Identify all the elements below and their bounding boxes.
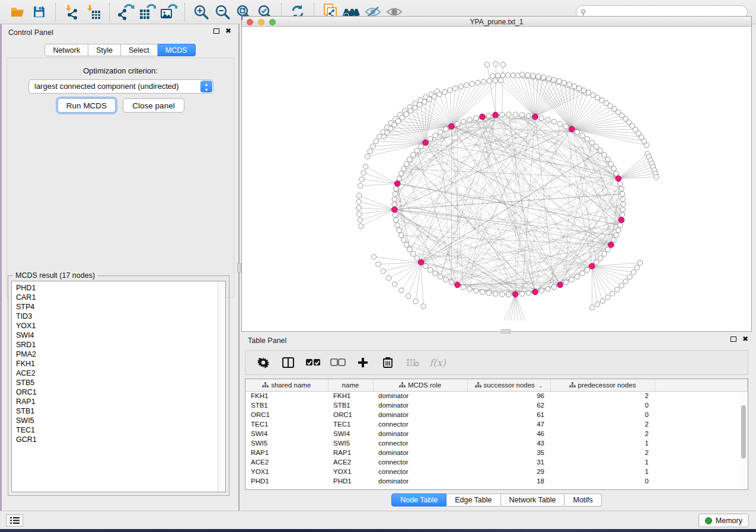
delete-column-icon[interactable] (379, 354, 396, 371)
task-history-button[interactable] (6, 514, 23, 527)
column-header-successor_nodes[interactable]: successor nodes⌄ (467, 379, 550, 391)
status-bar: Memory (0, 511, 756, 529)
run-mcds-button[interactable]: Run MCDS (58, 98, 116, 113)
list-item[interactable]: PHD1 (16, 283, 225, 293)
network-view-frame: YPA_prune.txt_1 (241, 27, 752, 332)
control-panel-tabs: NetworkStyleSelectMCDS (2, 44, 238, 56)
table-scrollbar[interactable] (740, 392, 747, 489)
table-row[interactable]: TEC1TEC1connector472 (245, 419, 748, 429)
list-item[interactable]: ACE2 (16, 368, 225, 378)
memory-label: Memory (716, 517, 742, 525)
delete-table-icon (404, 354, 421, 371)
open-file-icon[interactable] (7, 2, 28, 21)
table-settings-gear-icon[interactable] (255, 354, 272, 371)
tab-select[interactable]: Select (121, 44, 158, 56)
node-table-body: FKH1FKH1dominator962STB1STB1dominator620… (245, 391, 748, 486)
column-header-mcds_role[interactable]: MCDS role (373, 379, 467, 391)
list-item[interactable]: SRD1 (16, 340, 225, 350)
horizontal-splitter-handle[interactable] (501, 329, 511, 334)
list-item[interactable]: STB5 (16, 378, 225, 387)
list-item[interactable]: PMA2 (16, 350, 225, 359)
dropdown-stepper-icon: ▲▼ (200, 81, 212, 92)
zoom-out-icon[interactable] (212, 2, 233, 21)
float-table-panel-icon[interactable] (731, 336, 736, 342)
zoom-in-icon[interactable] (190, 2, 212, 21)
list-icon (10, 517, 20, 524)
optimization-criterion-dropdown[interactable]: largest connected component (undirected)… (28, 79, 213, 94)
list-item[interactable]: FKH1 (16, 359, 225, 368)
toolbar-separator (55, 3, 56, 21)
desktop-background-strip (0, 529, 756, 532)
close-table-panel-icon[interactable]: ✖ (742, 336, 748, 342)
table-toolbar: f(x) (245, 350, 748, 375)
table-header-row: shared namenameMCDS rolesuccessor nodes⌄… (245, 379, 748, 391)
node-table[interactable]: shared namenameMCDS rolesuccessor nodes⌄… (245, 379, 748, 490)
table-scrollbar-thumb[interactable] (741, 405, 746, 459)
table-row[interactable]: PHD1PHD1dominator180 (245, 476, 748, 486)
close-panel-button[interactable]: Close panel (123, 98, 184, 113)
tab-edge-table[interactable]: Edge Table (446, 493, 500, 507)
table-row[interactable]: FKH1FKH1dominator962 (245, 391, 748, 400)
list-item[interactable]: TID3 (16, 312, 225, 321)
memory-status-icon (705, 517, 712, 524)
network-title: YPA_prune.txt_1 (242, 18, 751, 26)
list-item[interactable]: SWI5 (16, 416, 225, 425)
float-panel-icon[interactable] (213, 28, 219, 34)
list-item[interactable]: TEC1 (16, 425, 225, 435)
table-row[interactable]: STB1STB1dominator620 (245, 400, 748, 410)
column-header-predecessor_nodes[interactable]: predecessor nodes (550, 379, 655, 391)
tab-style[interactable]: Style (88, 44, 121, 56)
list-item[interactable]: CAR1 (16, 293, 225, 302)
list-item[interactable]: RAP1 (16, 397, 225, 406)
list-item[interactable]: ORC1 (16, 387, 225, 397)
table-row[interactable]: RAP1RAP1dominator352 (245, 448, 748, 457)
mcds-options-box: Optimization criterion: largest connecte… (7, 57, 234, 298)
tab-network-table[interactable]: Network Table (501, 493, 565, 507)
list-item[interactable]: GCR1 (16, 435, 225, 444)
network-canvas[interactable] (242, 27, 751, 321)
table-panel-title: Table Panel (248, 336, 286, 345)
tab-node-table[interactable]: Node Table (391, 493, 446, 507)
export-table-icon[interactable] (136, 2, 158, 21)
tab-motifs[interactable]: Motifs (564, 493, 601, 507)
show-columns-icon[interactable] (280, 354, 296, 371)
mcds-result-groupbox: MCDS result (17 nodes) PHD1CAR1STP4TID3Y… (8, 275, 229, 496)
mcds-result-items: PHD1CAR1STP4TID3YOX1SWI4SRD1PMA2FKH1ACE2… (12, 281, 225, 444)
create-column-icon[interactable] (355, 354, 371, 371)
close-panel-icon[interactable]: ✖ (225, 28, 231, 34)
network-window-titlebar[interactable]: YPA_prune.txt_1 (241, 16, 752, 27)
result-scrollbar[interactable] (218, 281, 225, 492)
table-row[interactable]: SWI5SWI5connector431 (245, 438, 748, 448)
tab-network[interactable]: Network (44, 44, 88, 56)
toolbar-separator (184, 3, 185, 21)
list-item[interactable]: STP4 (16, 302, 225, 312)
optimization-criterion-label: Optimization criterion: (7, 66, 234, 75)
export-network-icon[interactable] (115, 2, 136, 21)
table-row[interactable]: ORC1ORC1dominator610 (245, 410, 748, 419)
save-session-icon[interactable] (28, 2, 50, 21)
sort-indicator-icon: ⌄ (538, 383, 543, 389)
search-icon: ⚲ (580, 8, 586, 17)
export-image-icon[interactable] (158, 2, 179, 21)
table-row[interactable]: ACE2ACE2connector311 (245, 457, 748, 467)
tab-mcds[interactable]: MCDS (158, 44, 196, 56)
import-table-icon[interactable] (82, 2, 104, 21)
memory-button[interactable]: Memory (698, 514, 749, 527)
dropdown-value: largest connected component (undirected) (34, 82, 179, 91)
mcds-result-list[interactable]: PHD1CAR1STP4TID3YOX1SWI4SRD1PMA2FKH1ACE2… (11, 281, 226, 492)
column-header-name[interactable]: name (328, 379, 373, 391)
list-item[interactable]: SWI4 (16, 331, 225, 340)
deselect-all-rows-icon[interactable] (330, 354, 346, 371)
column-header-shared_name[interactable]: shared name (245, 379, 328, 391)
select-all-rows-icon[interactable] (305, 354, 321, 371)
import-network-icon[interactable] (61, 2, 82, 21)
vertical-splitter-handle[interactable] (237, 263, 241, 273)
focus-corner-mark (241, 15, 246, 20)
list-item[interactable]: YOX1 (16, 321, 225, 331)
list-item[interactable]: STB1 (16, 406, 225, 416)
function-builder-icon: f(x) (429, 354, 446, 371)
control-panel-title: Control Panel (8, 28, 53, 37)
table-row[interactable]: SWI4SWI4dominator462 (245, 429, 748, 438)
table-row[interactable]: YOX1YOX1connector291 (245, 467, 748, 476)
table-panel-tabs: Node TableEdge TableNetwork TableMotifs (241, 493, 752, 507)
